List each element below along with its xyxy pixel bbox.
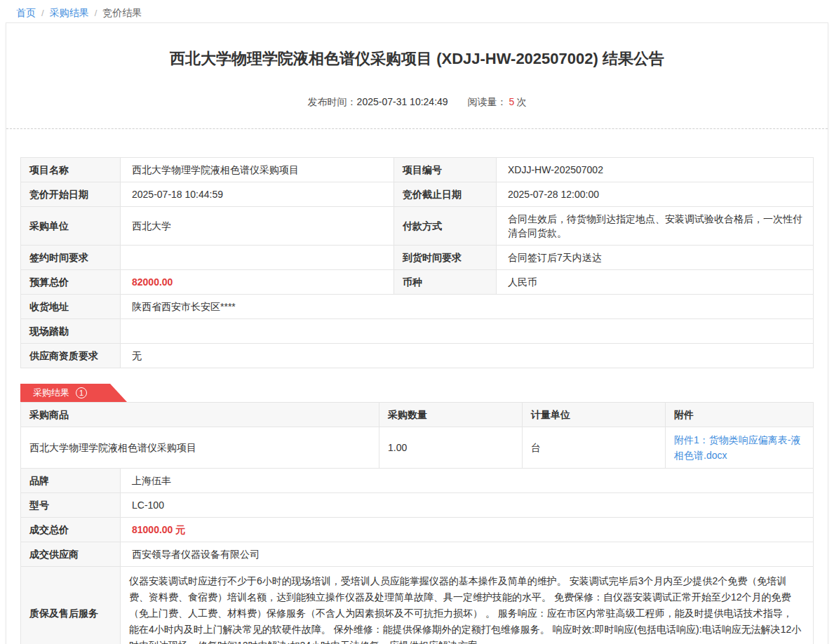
delivery-address-value: 陕西省西安市长安区**** bbox=[121, 295, 814, 319]
breadcrumb-current-bidding-results: 竞价结果 bbox=[102, 7, 142, 20]
content-area: 项目名称 西北大学物理学院液相色谱仪采购项目 项目编号 XDJJ-HW-2025… bbox=[6, 157, 828, 644]
project-number-label: 项目编号 bbox=[394, 158, 497, 182]
table-row: 品牌 上海伍丰 bbox=[21, 469, 814, 493]
breadcrumb: 首页 / 采购结果 / 竞价结果 bbox=[0, 0, 834, 21]
table-row: 采购单位 西北大学 付款方式 合同生效后，待货物到达指定地点、安装调试验收合格后… bbox=[21, 207, 814, 246]
bid-start-label: 竞价开始日期 bbox=[21, 182, 121, 207]
table-row: 西北大学物理学院液相色谱仪采购项目 1.00 台 附件1：货物类响应偏离表-液相… bbox=[21, 427, 814, 469]
procurement-result-badge-label: 采购结果 bbox=[33, 387, 69, 399]
warranty-service-label: 质保及售后服务 bbox=[21, 567, 121, 644]
warranty-service-value: 仪器安装调试时应进行不少于6小时的现场培训，受培训人员应能掌握仪器的基本操作及简… bbox=[121, 567, 814, 644]
currency-value: 人民币 bbox=[497, 270, 814, 295]
project-number-value: XDJJ-HW-202507002 bbox=[497, 158, 814, 182]
bid-end-label: 竞价截止日期 bbox=[394, 182, 497, 207]
budget-total-value: 82000.00 bbox=[121, 270, 394, 295]
breadcrumb-procurement-results-link[interactable]: 采购结果 bbox=[50, 7, 89, 20]
table-row: 型号 LC-100 bbox=[21, 493, 814, 518]
table-row: 竞价开始日期 2025-07-18 10:44:59 竞价截止日期 2025-0… bbox=[21, 182, 814, 207]
brand-value: 上海伍丰 bbox=[121, 469, 814, 493]
project-name-label: 项目名称 bbox=[21, 158, 121, 182]
delivery-time-label: 到货时间要求 bbox=[394, 246, 497, 270]
product-name-cell: 西北大学物理学院液相色谱仪采购项目 bbox=[21, 427, 379, 469]
column-header-product: 采购商品 bbox=[21, 403, 379, 427]
result-detail-table: 品牌 上海伍丰 型号 LC-100 成交总价 81000.00 元 成交供应商 … bbox=[20, 468, 814, 644]
table-row: 成交总价 81000.00 元 bbox=[21, 518, 814, 542]
payment-method-label: 付款方式 bbox=[394, 207, 497, 246]
final-price-value: 81000.00 元 bbox=[121, 518, 814, 542]
table-row: 现场踏勘 bbox=[21, 319, 814, 344]
publish-time-label: 发布时间： bbox=[308, 96, 357, 107]
winning-supplier-label: 成交供应商 bbox=[21, 542, 121, 567]
announcement-card: 西北大学物理学院液相色谱仪采购项目 (XDJJ-HW-202507002) 结果… bbox=[6, 22, 828, 644]
table-row: 成交供应商 西安领导者仪器设备有限公司 bbox=[21, 542, 814, 567]
publish-info: 发布时间：2025-07-31 10:24:49阅读量：5次 bbox=[6, 96, 828, 109]
site-survey-label: 现场踏勘 bbox=[21, 319, 121, 344]
project-name-value: 西北大学物理学院液相色谱仪采购项目 bbox=[121, 158, 394, 182]
table-row: 签约时间要求 到货时间要求 合同签订后7天内送达 bbox=[21, 246, 814, 270]
breadcrumb-separator: / bbox=[95, 8, 97, 18]
table-row: 质保及售后服务 仪器安装调试时应进行不少于6小时的现场培训，受培训人员应能掌握仪… bbox=[21, 567, 814, 644]
currency-label: 币种 bbox=[394, 270, 497, 295]
product-unit-cell: 台 bbox=[523, 427, 666, 469]
payment-method-value: 合同生效后，待货物到达指定地点、安装调试验收合格后，一次性付清合同货款。 bbox=[497, 207, 814, 246]
signing-time-value bbox=[121, 246, 394, 270]
product-quantity-cell: 1.00 bbox=[379, 427, 523, 469]
site-survey-value bbox=[121, 319, 814, 344]
budget-total-label: 预算总价 bbox=[21, 270, 121, 295]
table-row: 收货地址 陕西省西安市长安区**** bbox=[21, 295, 814, 319]
page-title: 西北大学物理学院液相色谱仪采购项目 (XDJJ-HW-202507002) 结果… bbox=[6, 48, 828, 69]
views-label: 阅读量： bbox=[468, 96, 507, 107]
column-header-quantity: 采购数量 bbox=[379, 403, 523, 427]
bid-end-value: 2025-07-28 12:00:00 bbox=[497, 182, 814, 207]
views-unit: 次 bbox=[516, 96, 526, 107]
bid-start-value: 2025-07-18 10:44:59 bbox=[121, 182, 394, 207]
model-value: LC-100 bbox=[121, 493, 814, 518]
delivery-address-label: 收货地址 bbox=[21, 295, 121, 319]
column-header-unit: 计量单位 bbox=[523, 403, 666, 427]
purchaser-label: 采购单位 bbox=[21, 207, 121, 246]
delivery-time-value: 合同签订后7天内送达 bbox=[497, 246, 814, 270]
attachment-link[interactable]: 附件1：货物类响应偏离表-液相色谱.docx bbox=[674, 434, 800, 461]
final-price-label: 成交总价 bbox=[21, 518, 121, 542]
table-row: 供应商资质要求 无 bbox=[21, 344, 814, 368]
divider bbox=[6, 128, 828, 129]
supplier-qualification-value: 无 bbox=[121, 344, 814, 368]
project-info-table: 项目名称 西北大学物理学院液相色谱仪采购项目 项目编号 XDJJ-HW-2025… bbox=[20, 157, 814, 368]
model-label: 型号 bbox=[21, 493, 121, 518]
table-row: 项目名称 西北大学物理学院液相色谱仪采购项目 项目编号 XDJJ-HW-2025… bbox=[21, 158, 814, 182]
procurement-result-table: 采购商品 采购数量 计量单位 附件 西北大学物理学院液相色谱仪采购项目 1.00… bbox=[20, 402, 814, 469]
supplier-qualification-label: 供应商资质要求 bbox=[21, 344, 121, 368]
signing-time-label: 签约时间要求 bbox=[21, 246, 121, 270]
views-count: 5 bbox=[509, 96, 515, 107]
result-count-badge: 1 bbox=[76, 387, 87, 398]
publish-time-value: 2025-07-31 10:24:49 bbox=[357, 96, 448, 107]
table-header-row: 采购商品 采购数量 计量单位 附件 bbox=[21, 403, 814, 427]
breadcrumb-home-link[interactable]: 首页 bbox=[16, 7, 36, 20]
brand-label: 品牌 bbox=[21, 469, 121, 493]
purchaser-value: 西北大学 bbox=[121, 207, 394, 246]
procurement-result-badge: 采购结果 1 bbox=[20, 384, 127, 402]
winning-supplier-value: 西安领导者仪器设备有限公司 bbox=[121, 542, 814, 567]
breadcrumb-separator: / bbox=[41, 8, 44, 18]
table-row: 预算总价 82000.00 币种 人民币 bbox=[21, 270, 814, 295]
column-header-attachment: 附件 bbox=[666, 403, 814, 427]
